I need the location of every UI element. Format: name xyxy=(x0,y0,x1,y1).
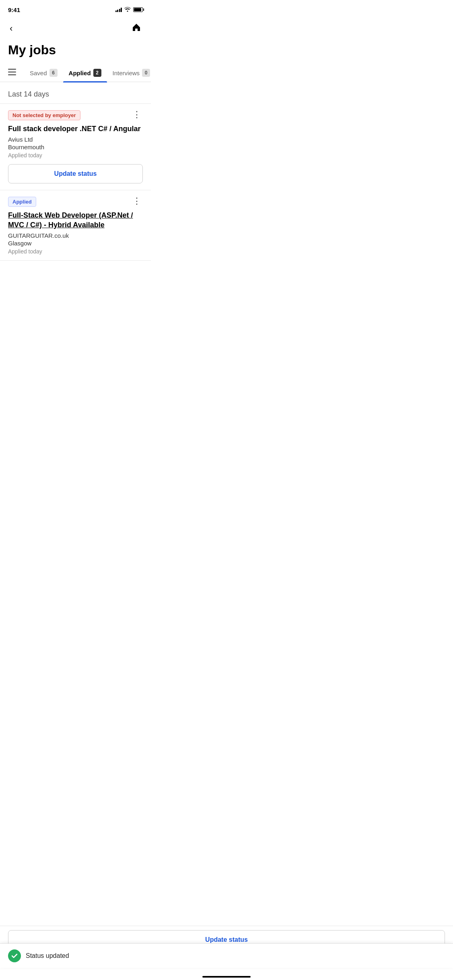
tab-applied-label: Applied xyxy=(69,70,91,76)
job-location-1: Bournemouth xyxy=(8,144,143,150)
job-title-1: Full stack developer .NET C# / Angular xyxy=(8,124,143,134)
status-badge-applied: Applied xyxy=(8,197,36,207)
card-top-row-1: Not selected by employer ⋮ xyxy=(8,110,143,120)
nav-bar: ‹ xyxy=(0,18,151,41)
svg-rect-1 xyxy=(8,72,16,72)
svg-rect-2 xyxy=(8,74,16,75)
job-title-2[interactable]: Full-Stack Web Developer (ASP.Net / MVC … xyxy=(8,211,143,230)
more-menu-button-2[interactable]: ⋮ xyxy=(131,197,143,206)
status-time: 9:41 xyxy=(8,6,20,13)
signal-icon xyxy=(115,7,122,12)
status-bar: 9:41 xyxy=(0,0,151,18)
company-name-2: GUITARGUITAR.co.uk xyxy=(8,232,143,239)
wifi-icon xyxy=(124,7,131,13)
job-card-1: Not selected by employer ⋮ Full stack de… xyxy=(0,104,151,190)
page-title: My jobs xyxy=(0,41,151,64)
tab-applied[interactable]: Applied 2 xyxy=(63,64,107,82)
applied-date-1: Applied today xyxy=(8,152,143,159)
tabs-container: Saved 6 Applied 2 Interviews 0 xyxy=(0,64,151,82)
more-menu-button-1[interactable]: ⋮ xyxy=(131,110,143,119)
battery-icon xyxy=(133,7,143,12)
tab-saved[interactable]: Saved 6 xyxy=(24,64,63,82)
section-header: Last 14 days xyxy=(0,82,151,103)
tab-interviews[interactable]: Interviews 0 xyxy=(107,64,151,82)
home-button[interactable] xyxy=(130,21,143,36)
update-status-button-1[interactable]: Update status xyxy=(8,164,143,183)
card-top-row-2: Applied ⋮ xyxy=(8,197,143,207)
tab-saved-badge: 6 xyxy=(49,69,58,77)
back-button[interactable]: ‹ xyxy=(8,22,14,35)
svg-rect-0 xyxy=(8,69,16,70)
status-badge-rejected: Not selected by employer xyxy=(8,110,80,120)
menu-icon[interactable] xyxy=(5,66,19,80)
tab-interviews-label: Interviews xyxy=(113,70,140,76)
job-location-2: Glasgow xyxy=(8,240,143,247)
tab-applied-badge: 2 xyxy=(93,69,101,77)
job-card-2: Applied ⋮ Full-Stack Web Developer (ASP.… xyxy=(0,190,151,261)
status-icons xyxy=(115,7,143,13)
company-name-1: Avius Ltd xyxy=(8,136,143,143)
applied-date-2: Applied today xyxy=(8,248,143,255)
tab-saved-label: Saved xyxy=(30,70,47,76)
tab-interviews-badge: 0 xyxy=(142,69,150,77)
